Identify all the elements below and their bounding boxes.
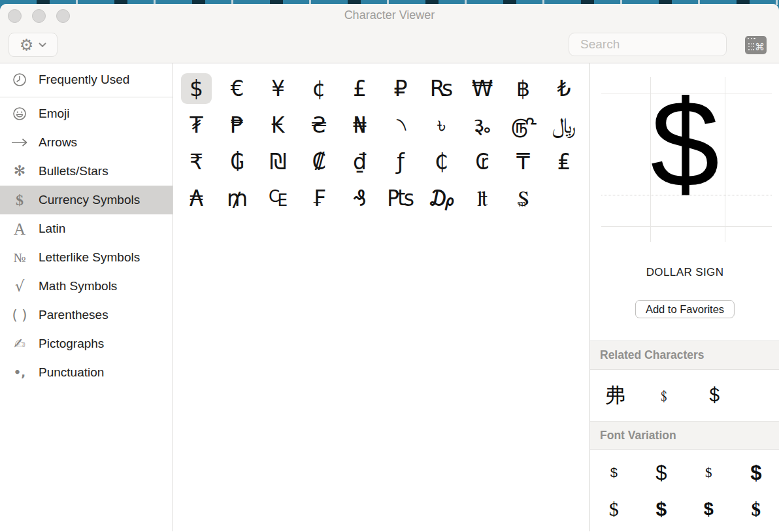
font-variation-row: $$$$ xyxy=(590,454,779,491)
font-variation-cell[interactable]: $ xyxy=(638,499,686,519)
sidebar-item-label: Frequently Used xyxy=(39,73,129,87)
category-sidebar: Frequently UsedEmojiArrows✻Bullets/Stars… xyxy=(0,63,173,531)
clock-icon xyxy=(7,73,32,87)
sidebar-item-emoji[interactable]: Emoji xyxy=(0,99,173,128)
inspector-panel: $ DOLLAR SIGN Add to Favorites Related C… xyxy=(589,63,779,531)
font-variation-cell[interactable]: $ xyxy=(590,499,638,519)
symbol-cell[interactable]: ₪ xyxy=(263,146,293,177)
search-input[interactable] xyxy=(580,37,740,52)
sidebar-item-pictographs[interactable]: ✍Pictographs xyxy=(0,329,173,358)
symbol-cell[interactable]: ₳ xyxy=(181,183,212,214)
symbol-grid: $€¥¢£₽₨₩฿₺₮₱₭₴₦৲৳૱௹﷼₹₲₪₡₫ƒ₵₢₸₤₳₥₠₣₰₧₯₶₷ xyxy=(173,63,589,531)
character-palette-icon[interactable]: ⌘ xyxy=(745,36,767,54)
symbol-cell[interactable]: ૱ xyxy=(467,110,498,141)
sidebar-item-bullets-stars[interactable]: ✻Bullets/Stars xyxy=(0,157,173,186)
related-character[interactable]: ＄ xyxy=(689,382,739,409)
symbol-cell[interactable]: ₧ xyxy=(386,183,416,214)
font-variation-cell[interactable]: $ xyxy=(685,501,733,518)
sidebar-item-arrows[interactable]: Arrows xyxy=(0,128,173,157)
symbol-cell[interactable]: ₮ xyxy=(181,110,212,141)
symbol-cell[interactable]: £ xyxy=(344,73,375,104)
symbol-cell[interactable]: ﷼ xyxy=(549,110,580,141)
gear-icon: ⚙ xyxy=(20,37,34,53)
latin-icon: A xyxy=(7,221,32,237)
symbol-cell[interactable]: ₠ xyxy=(263,183,293,214)
sidebar-item-latin[interactable]: ALatin xyxy=(0,214,173,243)
character-name: DOLLAR SIGN xyxy=(590,266,779,279)
emoji-icon xyxy=(7,107,32,121)
action-menu-button[interactable]: ⚙ xyxy=(8,33,58,57)
symbol-cell[interactable]: ₽ xyxy=(386,73,416,104)
sidebar-item-punctuation[interactable]: •,Punctuation xyxy=(0,358,173,387)
related-character[interactable]: ﹩ xyxy=(640,385,689,407)
symbol-cell[interactable]: ₭ xyxy=(263,110,293,141)
symbol-cell[interactable]: € xyxy=(222,73,253,104)
symbol-cell[interactable]: ₲ xyxy=(222,146,253,177)
symbol-cell[interactable]: ₯ xyxy=(426,183,457,214)
sidebar-item-label: Punctuation xyxy=(39,365,104,380)
symbol-grid-row: ₳₥₠₣₰₧₯₶₷ xyxy=(181,183,589,214)
symbol-cell[interactable]: ¥ xyxy=(263,73,293,104)
font-variation-header: Font Variation xyxy=(590,421,779,450)
sidebar-item-label: Letterlike Symbols xyxy=(39,250,140,265)
symbol-cell[interactable]: ₹ xyxy=(181,146,212,177)
symbol-cell[interactable]: ₡ xyxy=(304,146,335,177)
font-variation-cell[interactable]: $ xyxy=(685,466,733,480)
font-variation-cell[interactable]: $ xyxy=(733,500,779,519)
symbol-cell[interactable]: ₶ xyxy=(467,183,498,214)
symbol-cell[interactable]: ₥ xyxy=(222,183,253,214)
symbol-cell[interactable]: ₱ xyxy=(222,110,253,141)
arrow-icon xyxy=(7,139,32,146)
parentheses-icon: ( ) xyxy=(7,308,32,322)
symbol-cell[interactable]: ₢ xyxy=(467,146,498,177)
related-characters-row: 弗﹩＄ xyxy=(590,376,779,415)
symbol-cell[interactable]: ₫ xyxy=(344,146,375,177)
symbol-cell[interactable]: ₨ xyxy=(426,73,457,104)
symbol-cell[interactable]: ₸ xyxy=(508,146,539,177)
symbol-cell[interactable]: ₦ xyxy=(344,110,375,141)
currency-icon: $ xyxy=(7,192,32,208)
symbol-cell[interactable]: ¢ xyxy=(304,73,335,104)
sidebar-item-label: Currency Symbols xyxy=(39,193,140,207)
related-characters-header: Related Characters xyxy=(590,341,779,370)
symbol-cell[interactable]: ₴ xyxy=(304,110,335,141)
font-variation-cell[interactable]: $ xyxy=(733,463,779,483)
symbol-cell[interactable]: $ xyxy=(181,73,212,104)
sidebar-item-frequently-used[interactable]: Frequently Used xyxy=(0,65,173,94)
symbol-cell[interactable]: ₣ xyxy=(304,183,335,214)
sidebar-item-parentheses[interactable]: ( )Parentheses xyxy=(0,301,173,329)
title-bar: Character Viewer ⚙ ⌘ xyxy=(0,4,779,63)
sidebar-item-label: Emoji xyxy=(39,107,70,121)
letterlike-icon: № xyxy=(7,251,32,264)
pictographs-icon: ✍ xyxy=(7,337,32,351)
screen: Character Viewer ⚙ ⌘ Frequ xyxy=(0,0,779,532)
symbol-cell[interactable]: ƒ xyxy=(386,146,416,177)
font-variation-cell[interactable]: $ xyxy=(590,466,638,479)
symbol-cell[interactable]: ₰ xyxy=(344,183,375,214)
add-to-favorites-button[interactable]: Add to Favorites xyxy=(635,300,735,318)
search-field[interactable] xyxy=(569,33,727,56)
symbol-cell[interactable]: ₵ xyxy=(426,146,457,177)
symbol-cell[interactable]: ₷ xyxy=(508,183,539,214)
symbol-cell[interactable]: ₤ xyxy=(549,146,580,177)
punctuation-icon: •, xyxy=(7,367,32,378)
sidebar-item-letterlike-symbols[interactable]: №Letterlike Symbols xyxy=(0,243,173,272)
symbol-cell[interactable]: ฿ xyxy=(508,73,539,104)
command-glyph: ⌘ xyxy=(755,41,765,53)
symbol-grid-row: $€¥¢£₽₨₩฿₺ xyxy=(181,73,589,104)
sidebar-item-label: Math Symbols xyxy=(39,279,117,293)
sidebar-item-math-symbols[interactable]: √Math Symbols xyxy=(0,272,173,301)
symbol-cell[interactable]: ₺ xyxy=(549,73,580,104)
font-variation-cell[interactable]: $ xyxy=(638,463,686,483)
symbol-cell[interactable]: ৲ xyxy=(386,110,416,141)
glyph-guide-descender xyxy=(601,226,772,227)
sidebar-item-label: Arrows xyxy=(39,135,77,150)
window-title: Character Viewer xyxy=(0,8,779,22)
related-character[interactable]: 弗 xyxy=(590,382,640,409)
symbol-cell[interactable]: ௹ xyxy=(508,110,539,141)
sidebar-item-currency-symbols[interactable]: $Currency Symbols xyxy=(0,186,173,214)
sidebar-item-label: Parentheses xyxy=(39,308,108,322)
symbol-cell[interactable]: ৳ xyxy=(426,110,457,141)
symbol-cell[interactable]: ₩ xyxy=(467,73,498,104)
font-variation-row: $$$$ xyxy=(590,491,779,527)
